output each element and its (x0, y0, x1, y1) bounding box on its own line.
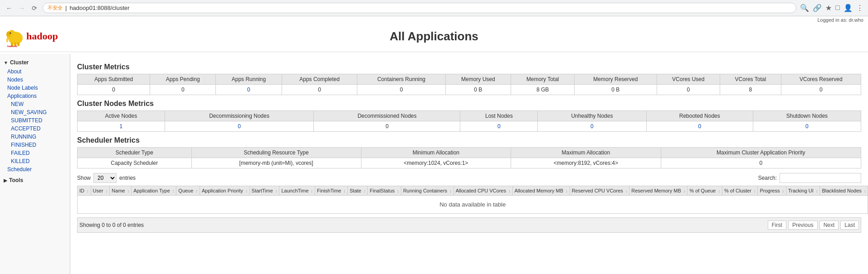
svg-point-4 (10, 33, 11, 34)
apps-table-header[interactable]: Application Priority ↕ (200, 186, 249, 196)
apps-table-header[interactable]: % of Queue ↕ (688, 186, 722, 196)
nodes-metric-link[interactable]: 0 (590, 123, 594, 130)
refresh-btn[interactable]: ⟳ (30, 4, 39, 13)
apps-table-header[interactable]: State ↕ (348, 186, 368, 196)
apps-table-header[interactable]: Allocated CPU VCores ↕ (454, 186, 512, 196)
sidebar-item-accepted[interactable]: ACCEPTED (0, 125, 70, 133)
apps-table-header[interactable]: Blacklisted Nodes ↕ (820, 186, 868, 196)
sidebar-item-submitted[interactable]: SUBMITTED (0, 116, 70, 125)
sidebar-item-applications[interactable]: Applications (0, 92, 70, 100)
cluster-metric-header: Memory Total (511, 74, 575, 85)
nodes-metric-link[interactable]: 0 (238, 123, 241, 130)
menu-icon[interactable]: ⋮ (856, 4, 863, 12)
sidebar-item-new-saving[interactable]: NEW_SAVING (0, 108, 70, 116)
nodes-metric-value: 0 (538, 121, 647, 132)
nodes-metric-link[interactable]: 0 (497, 123, 501, 130)
sort-icon: ↕ (782, 189, 785, 193)
apps-table-header[interactable]: Reserved CPU VCores ↕ (570, 186, 629, 196)
scheduler-metric-header: Scheduler Type (78, 148, 192, 158)
table-footer: Showing 0 to 0 of 0 entries First Previo… (77, 217, 861, 233)
sidebar-item-nodes[interactable]: Nodes (0, 76, 70, 84)
cluster-metric-header: VCores Total (720, 74, 781, 85)
address-bar[interactable]: 不安全 | hadoop01:8088/cluster (43, 3, 796, 13)
address-url: hadoop01:8088/cluster (69, 5, 129, 11)
sort-icon: ↕ (566, 189, 568, 193)
nodes-metric-link[interactable]: 0 (698, 123, 701, 130)
nodes-metric-link[interactable]: 1 (119, 123, 122, 130)
browser-chrome: ← → ⟳ 不安全 | hadoop01:8088/cluster 🔍 🔗 ★ … (0, 0, 868, 16)
page-title: All Applications (70, 29, 798, 43)
apps-table-header[interactable]: LaunchTime ↕ (279, 186, 315, 196)
tools-section-header[interactable]: ▶ Tools (0, 175, 70, 185)
back-btn[interactable]: ← (5, 4, 14, 13)
scheduler-metric-header: Maximum Cluster Application Priority (661, 148, 861, 158)
cluster-metric-value: 0 (150, 85, 216, 95)
apps-table-header[interactable]: StartTime ↕ (249, 186, 279, 196)
sort-icon: ↕ (397, 189, 399, 193)
cluster-metric-header: Apps Completed (282, 74, 357, 85)
share-icon[interactable]: 🔗 (813, 4, 822, 12)
scheduler-metric-value: 0 (661, 158, 861, 168)
sidebar-item-about[interactable]: About (0, 67, 70, 76)
sort-icon: ↕ (195, 189, 198, 193)
cluster-metric-value: 0 (781, 85, 861, 95)
last-btn[interactable]: Last (840, 221, 859, 230)
forward-btn[interactable]: → (17, 4, 26, 13)
entries-select[interactable]: 102050100 (93, 173, 117, 183)
apps-table-header[interactable]: Application Type ↕ (132, 186, 176, 196)
apps-table-header[interactable]: Running Containers ↕ (401, 186, 454, 196)
sidebar-item-node-labels[interactable]: Node Labels (0, 84, 70, 92)
apps-table-header[interactable]: Allocated Memory MB ↕ (512, 186, 570, 196)
profile-icon[interactable]: 👤 (844, 4, 853, 12)
nodes-metric-value: 0 (165, 121, 314, 132)
apps-table-header[interactable]: User ↕ (91, 186, 110, 196)
sidebar-item-killed[interactable]: KILLED (0, 157, 70, 165)
first-btn[interactable]: First (768, 221, 786, 230)
apps-table-header[interactable]: Tracking UI ↕ (786, 186, 820, 196)
apps-table-header[interactable]: Queue ↕ (176, 186, 200, 196)
window-icon[interactable]: □ (835, 4, 840, 12)
nodes-metric-value: 0 (314, 121, 460, 132)
apps-table-header[interactable]: Name ↕ (110, 186, 132, 196)
scheduler-metric-header: Maximum Allocation (511, 148, 661, 158)
apps-table-header[interactable]: % of Cluster ↕ (722, 186, 757, 196)
sort-icon: ↕ (718, 189, 720, 193)
apps-running-link[interactable]: 0 (247, 87, 250, 93)
scheduler-metric-value: <memory:1024, vCores:1> (361, 158, 511, 168)
search-input[interactable] (780, 173, 861, 183)
bookmark-icon[interactable]: ★ (825, 4, 832, 12)
sort-icon: ↕ (364, 189, 366, 193)
apps-table-header[interactable]: Reserved Memory MB ↕ (629, 186, 688, 196)
nodes-metric-header: Active Nodes (78, 111, 165, 121)
cluster-metrics-header: Cluster Metrics (77, 63, 861, 71)
nodes-metric-header: Lost Nodes (460, 111, 538, 121)
apps-table-header[interactable]: ID ↕ (78, 186, 91, 196)
cluster-metric-value: 0 (657, 85, 720, 95)
sidebar-item-new[interactable]: NEW (0, 100, 70, 108)
nodes-metric-link[interactable]: 0 (805, 123, 809, 130)
cluster-metric-header: Memory Reserved (575, 74, 657, 85)
cluster-metric-value: 0 (216, 85, 282, 95)
cluster-metric-header: Containers Running (357, 74, 445, 85)
cluster-section: ▼ Cluster About Nodes Node Labels Applic… (0, 58, 70, 173)
svg-rect-7 (17, 43, 20, 46)
prev-btn[interactable]: Previous (788, 221, 818, 230)
apps-table-header[interactable]: Progress ↕ (758, 186, 786, 196)
search-icon[interactable]: 🔍 (800, 4, 809, 12)
sidebar-item-finished[interactable]: FINISHED (0, 141, 70, 149)
scheduler-metric-header: Scheduling Resource Type (191, 148, 361, 158)
cluster-metric-value: 8 GB (511, 85, 575, 95)
nodes-metric-header: Decommissioning Nodes (165, 111, 314, 121)
next-btn[interactable]: Next (819, 221, 839, 230)
apps-table-header[interactable]: FinalStatus ↕ (368, 186, 401, 196)
nodes-metric-value: 1 (78, 121, 165, 132)
cluster-metric-value: 0 (282, 85, 357, 95)
top-header: hadoop hadoop All Applications (0, 24, 868, 52)
apps-table-header[interactable]: FinishTime ↕ (315, 186, 348, 196)
sidebar-item-failed[interactable]: FAILED (0, 149, 70, 157)
hadoop-logo-area: hadoop hadoop (0, 24, 70, 49)
search-label: Search: (758, 175, 777, 181)
cluster-section-header[interactable]: ▼ Cluster (0, 58, 70, 67)
sidebar-item-scheduler[interactable]: Scheduler (0, 165, 70, 173)
sidebar-item-running[interactable]: RUNNING (0, 133, 70, 141)
